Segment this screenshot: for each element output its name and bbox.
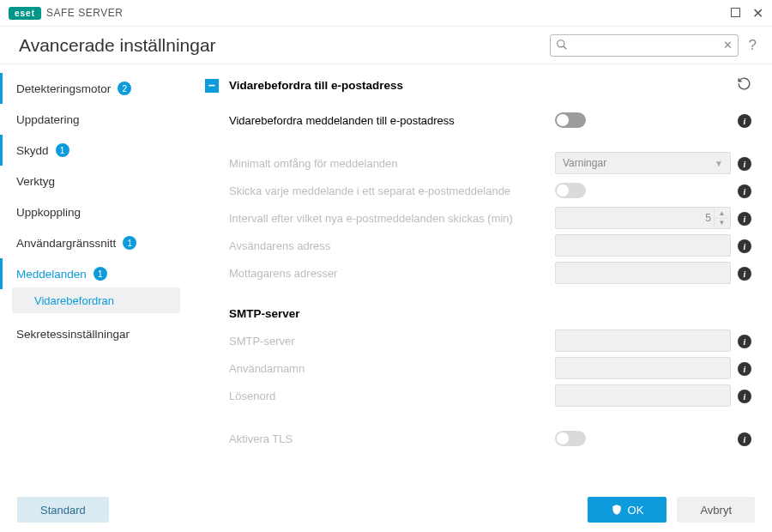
- titlebar: eset SAFE SERVER ✕: [0, 0, 772, 26]
- sidebar-item-label: Uppkoppling: [16, 206, 81, 219]
- brand-badge: eset: [9, 7, 41, 20]
- ok-button-label: OK: [628, 504, 644, 517]
- info-icon[interactable]: i: [738, 184, 751, 198]
- cancel-button[interactable]: Avbryt: [677, 497, 755, 523]
- chevron-down-icon: ▼: [715, 159, 723, 168]
- header: Avancerade inställningar ✕ ?: [0, 26, 772, 63]
- product-name: SAFE SERVER: [46, 7, 123, 19]
- smtp-pass-input[interactable]: [555, 384, 731, 407]
- recipients-label: Mottagarens adresser: [229, 267, 555, 280]
- sidebar-item-label: Verktyg: [16, 175, 55, 188]
- maximize-icon[interactable]: [731, 6, 740, 20]
- info-icon[interactable]: i: [738, 432, 751, 446]
- revert-icon[interactable]: [737, 76, 751, 94]
- sidebar-badge: 2: [118, 82, 131, 95]
- sidebar-item-skydd[interactable]: Skydd 1: [0, 135, 193, 166]
- clear-search-icon[interactable]: ✕: [723, 39, 733, 51]
- sidebar-badge: 1: [93, 267, 107, 281]
- sidebar-item-uppdatering[interactable]: Uppdatering: [0, 104, 193, 135]
- stepper-up-icon[interactable]: ▲: [714, 209, 729, 219]
- default-button-label: Standard: [40, 504, 86, 517]
- collapse-icon[interactable]: –: [205, 79, 219, 93]
- stepper-down-icon[interactable]: ▼: [714, 219, 729, 228]
- info-icon[interactable]: i: [738, 362, 751, 376]
- sidebar-item-label: Detekteringsmotor: [16, 82, 111, 95]
- info-icon[interactable]: i: [738, 212, 751, 226]
- min-verbosity-select[interactable]: Varningar ▼: [555, 152, 731, 174]
- tls-toggle[interactable]: [555, 431, 586, 446]
- sidebar-item-uppkoppling[interactable]: Uppkoppling: [0, 196, 193, 227]
- footer: Standard OK Avbryt: [0, 487, 772, 532]
- sidebar-item-anvandargranssnitt[interactable]: Användargränssnitt 1: [0, 227, 193, 258]
- interval-value: 5: [705, 212, 711, 224]
- svg-line-1: [563, 45, 566, 49]
- info-icon[interactable]: i: [738, 157, 751, 171]
- cancel-button-label: Avbryt: [700, 504, 732, 517]
- info-icon[interactable]: i: [738, 267, 751, 281]
- sidebar-item-meddelanden[interactable]: Meddelanden 1: [0, 258, 193, 289]
- page-title: Avancerade inställningar: [19, 35, 216, 56]
- sidebar-badge: 1: [123, 236, 136, 250]
- sidebar-subitem-vidarebefordran[interactable]: Vidarebefordran: [12, 287, 180, 313]
- info-icon[interactable]: i: [738, 239, 751, 253]
- sidebar-item-sekretessinstallningar[interactable]: Sekretessinställningar: [0, 318, 193, 349]
- sidebar-item-label: Uppdatering: [16, 113, 80, 126]
- sidebar-item-label: Användargränssnitt: [16, 237, 116, 250]
- min-verbosity-value: Varningar: [563, 157, 606, 169]
- settings-panel: – Vidarebefordra till e-postadress Vidar…: [193, 64, 772, 487]
- sidebar-item-label: Sekretessinställningar: [16, 328, 130, 341]
- info-icon[interactable]: i: [738, 114, 751, 128]
- smtp-pass-label: Lösenord: [229, 390, 555, 402]
- close-icon[interactable]: ✕: [752, 5, 763, 21]
- interval-stepper[interactable]: 5 ▲ ▼: [555, 207, 731, 229]
- separate-email-label: Skicka varje meddelande i ett separat e-…: [229, 184, 555, 197]
- sidebar-item-label: Skydd: [16, 144, 49, 157]
- shield-icon: [611, 504, 623, 516]
- ok-button[interactable]: OK: [588, 497, 667, 523]
- sidebar-badge: 1: [56, 143, 69, 157]
- section-title: Vidarebefordra till e-postadress: [229, 79, 403, 92]
- sender-input[interactable]: [555, 234, 731, 257]
- help-icon[interactable]: ?: [749, 37, 757, 54]
- interval-label: Intervall efter vilket nya e-postmeddela…: [229, 212, 555, 225]
- smtp-header: SMTP-server: [229, 307, 751, 320]
- search-input[interactable]: [550, 34, 739, 57]
- sender-label: Avsändarens adress: [229, 239, 555, 252]
- sidebar: Detekteringsmotor 2 Uppdatering Skydd 1 …: [0, 64, 193, 487]
- forward-enable-label: Vidarebefordra meddelanden till e-postad…: [229, 114, 555, 127]
- recipients-input[interactable]: [555, 262, 731, 284]
- smtp-user-input[interactable]: [555, 357, 731, 379]
- separate-email-toggle[interactable]: [555, 183, 586, 198]
- min-verbosity-label: Minimalt omfång för meddelanden: [229, 157, 555, 170]
- info-icon[interactable]: i: [738, 390, 751, 403]
- default-button[interactable]: Standard: [17, 497, 109, 523]
- sidebar-item-label: Meddelanden: [16, 268, 87, 281]
- smtp-user-label: Användarnamn: [229, 362, 555, 375]
- sidebar-item-label: Vidarebefordran: [34, 294, 114, 307]
- sidebar-item-verktyg[interactable]: Verktyg: [0, 166, 193, 196]
- forward-enable-toggle[interactable]: [555, 112, 586, 128]
- search-icon: [556, 39, 568, 53]
- sidebar-item-detekteringsmotor[interactable]: Detekteringsmotor 2: [0, 73, 193, 104]
- smtp-server-label: SMTP-server: [229, 335, 555, 348]
- tls-label: Aktivera TLS: [229, 432, 555, 445]
- info-icon[interactable]: i: [738, 335, 751, 348]
- svg-point-0: [557, 39, 564, 46]
- smtp-server-input[interactable]: [555, 329, 731, 352]
